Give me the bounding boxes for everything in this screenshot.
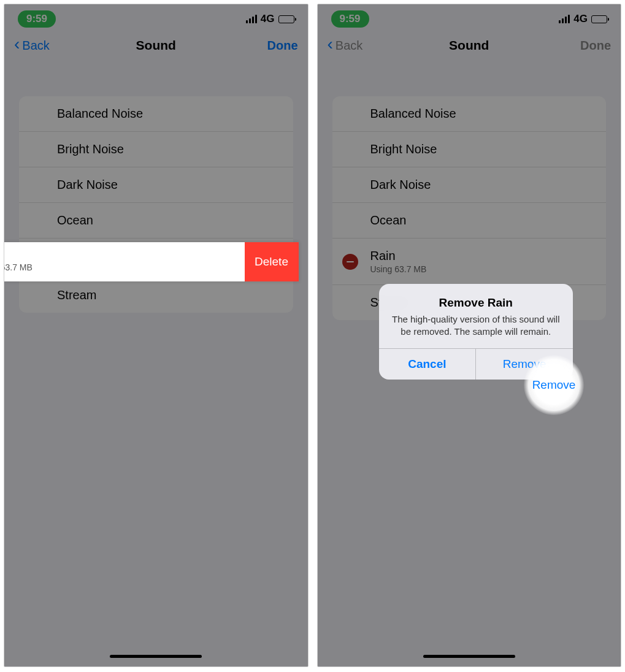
list-item[interactable]: Balanced Noise <box>19 96 293 132</box>
home-indicator[interactable] <box>110 655 202 658</box>
done-button: Done <box>580 39 611 53</box>
delete-button[interactable]: Delete <box>245 242 299 281</box>
cancel-button[interactable]: Cancel <box>379 349 476 380</box>
alert-body: Remove Rain The high-quality version of … <box>379 284 573 348</box>
cellular-signal-icon <box>559 15 570 23</box>
status-right: 4G <box>246 13 294 25</box>
status-bar: 9:59 4G <box>318 4 621 34</box>
nav-bar: ‹ Back Sound Done <box>318 34 621 57</box>
list-item[interactable]: Ocean <box>19 203 293 239</box>
list-item[interactable]: Stream <box>19 278 293 313</box>
status-right: 4G <box>559 13 607 25</box>
swipe-title: Rain <box>4 248 236 262</box>
remove-alert: Remove Rain The high-quality version of … <box>379 284 573 380</box>
list-item[interactable]: Bright Noise <box>332 132 607 167</box>
page-title: Sound <box>4 38 308 53</box>
page-title: Sound <box>318 38 621 53</box>
list-item-rain[interactable]: Rain Using 63.7 MB <box>332 239 607 285</box>
back-button[interactable]: ‹ Back <box>14 38 50 53</box>
battery-icon <box>591 15 607 23</box>
remove-button[interactable]: Remove <box>475 349 573 380</box>
swipe-sub: Using 63.7 MB <box>4 262 236 272</box>
alert-title: Remove Rain <box>390 296 562 310</box>
home-indicator[interactable] <box>423 655 515 658</box>
status-time-pill: 9:59 <box>331 10 369 28</box>
network-label: 4G <box>573 13 588 25</box>
back-label: Back <box>336 39 362 53</box>
list-item[interactable]: Dark Noise <box>19 167 293 203</box>
list-item[interactable]: Balanced Noise <box>332 96 607 132</box>
list-item[interactable]: Bright Noise <box>19 132 293 167</box>
list-item[interactable]: Ocean <box>332 203 607 239</box>
back-label: Back <box>22 39 49 53</box>
battery-icon <box>278 15 294 23</box>
back-button: ‹ Back <box>328 38 363 53</box>
chevron-left-icon: ‹ <box>14 36 20 53</box>
nav-bar: ‹ Back Sound Done <box>4 34 308 57</box>
alert-buttons: Cancel Remove <box>379 348 573 380</box>
list-item[interactable]: Dark Noise <box>332 167 607 203</box>
alert-message: The high-quality version of this sound w… <box>390 313 562 338</box>
phone-screen-right: 9:59 4G ‹ Back Sound Done Balanced Noise… <box>317 4 622 667</box>
status-bar: 9:59 4G <box>4 4 308 34</box>
swipe-row-rain: Rain Using 63.7 MB Delete <box>4 242 299 281</box>
status-time-pill: 9:59 <box>18 10 56 28</box>
delete-marker-icon[interactable] <box>342 254 358 270</box>
phone-screen-left: 9:59 4G ‹ Back Sound Done Balanced Noise… <box>4 4 309 667</box>
cellular-signal-icon <box>246 15 257 23</box>
swipe-content[interactable]: Rain Using 63.7 MB <box>4 242 245 281</box>
chevron-left-icon: ‹ <box>328 36 333 53</box>
network-label: 4G <box>261 13 275 25</box>
done-button[interactable]: Done <box>267 39 298 53</box>
